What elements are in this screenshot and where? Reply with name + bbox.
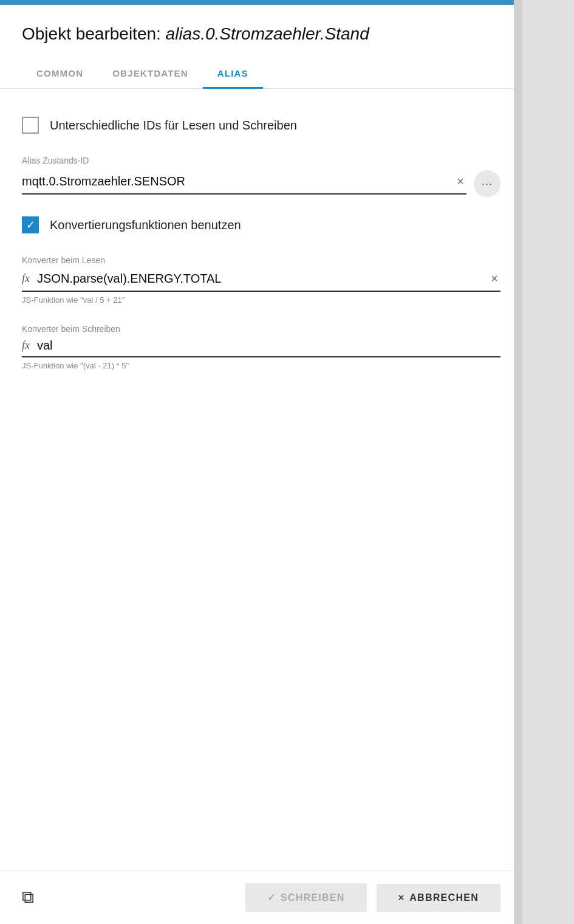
tab-objektdaten[interactable]: OBJEKTDATEN (98, 58, 203, 89)
alias-state-id-more-button[interactable]: ··· (474, 170, 501, 197)
different-ids-label: Unterschiedliche IDs für Lesen und Schre… (50, 119, 297, 133)
dialog-content: Unterschiedliche IDs für Lesen und Schre… (0, 89, 522, 871)
write-converter-group: Konverter beim Schreiben fx JS-Funktion … (22, 324, 501, 370)
read-converter-group: Konverter beim Lesen fx × JS-Funktion wi… (22, 255, 501, 305)
write-converter-hint: JS-Funktion wie "(val - 21) * 5" (22, 361, 501, 370)
abbrechen-label: ABBRECHEN (409, 892, 479, 903)
abbrechen-button[interactable]: × ABBRECHEN (377, 884, 501, 912)
right-edge-decoration (514, 0, 522, 924)
schreiben-check-icon: ✓ (267, 892, 276, 903)
read-converter-clear-button[interactable]: × (488, 270, 501, 287)
tabs-bar: COMMON OBJEKTDATEN ALIAS (0, 58, 522, 89)
write-converter-fx-icon: fx (22, 339, 30, 352)
top-bar (0, 0, 522, 5)
schreiben-label: SCHREIBEN (281, 892, 345, 903)
copy-button[interactable]: ⧉ (22, 888, 34, 908)
alias-state-id-label: Alias Zustands-ID (22, 156, 501, 165)
write-converter-label: Konverter beim Schreiben (22, 324, 501, 334)
different-ids-checkbox[interactable] (22, 117, 39, 134)
schreiben-button: ✓ SCHREIBEN (245, 883, 367, 912)
tab-alias[interactable]: ALIAS (203, 58, 263, 89)
dialog-header: Objekt bearbeiten: alias.0.Stromzaehler.… (0, 5, 522, 53)
read-converter-input-row: fx × (22, 270, 501, 292)
read-converter-fx-icon: fx (22, 272, 30, 285)
use-converters-checkbox[interactable]: ✓ (22, 216, 39, 233)
tab-common[interactable]: COMMON (22, 58, 98, 89)
dialog-title: Objekt bearbeiten: alias.0.Stromzaehler.… (22, 24, 501, 44)
alias-state-id-clear-button[interactable]: × (454, 173, 466, 190)
dialog-footer: ⧉ ✓ SCHREIBEN × ABBRECHEN (0, 871, 522, 924)
abbrechen-close-icon: × (398, 892, 405, 903)
alias-state-id-input[interactable] (22, 174, 447, 188)
write-converter-input-row: fx (22, 339, 501, 357)
alias-state-id-group: Alias Zustands-ID × ··· (22, 156, 501, 197)
read-converter-label: Konverter beim Lesen (22, 255, 501, 265)
different-ids-row: Unterschiedliche IDs für Lesen und Schre… (22, 117, 501, 134)
write-converter-input[interactable] (37, 339, 501, 353)
use-converters-label: Konvertierungsfunktionen benutzen (50, 218, 241, 232)
read-converter-input[interactable] (37, 272, 481, 286)
dialog: Objekt bearbeiten: alias.0.Stromzaehler.… (0, 0, 522, 924)
title-object: alias.0.Stromzaehler.Stand (166, 24, 369, 43)
use-converters-row: ✓ Konvertierungsfunktionen benutzen (22, 216, 501, 233)
alias-state-id-input-row: × (22, 173, 466, 195)
read-converter-hint: JS-Funktion wie "val / 5 + 21" (22, 295, 501, 305)
title-prefix: Objekt bearbeiten: (22, 24, 166, 43)
